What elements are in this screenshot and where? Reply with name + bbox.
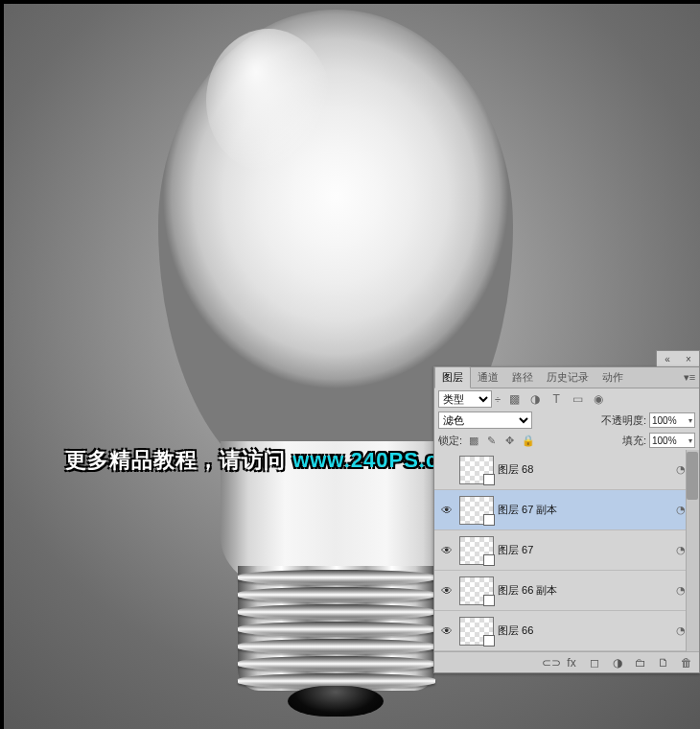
layer-row[interactable]: 👁 图层 66 副本 ◔▫	[434, 571, 699, 611]
layer-thumbnail[interactable]	[459, 576, 494, 605]
border-left	[0, 0, 4, 729]
layers-panel: 图层 通道 路径 历史记录 动作 ▾≡ 类型 ÷ ▩ ◑ T ▭ ◉ 滤色	[433, 366, 700, 673]
filter-kind-icons: ▩ ◑ T ▭ ◉	[503, 392, 605, 406]
tab-history[interactable]: 历史记录	[540, 367, 595, 388]
fill-label: 填充:	[622, 434, 646, 448]
layer-row[interactable]: 图层 68 ◔▫	[434, 450, 699, 490]
tab-layers[interactable]: 图层	[434, 366, 471, 388]
watermark-text: 更多精品教程，请访问 www.240PS.com	[65, 446, 472, 475]
clock-icon: ◔	[676, 584, 686, 597]
delete-layer-icon[interactable]: 🗑	[680, 656, 693, 670]
layer-name[interactable]: 图层 67 副本	[498, 503, 672, 517]
clock-icon: ◔	[676, 463, 686, 476]
lightbulb-tip	[288, 686, 384, 717]
lock-all-icon[interactable]: 🔒	[522, 435, 534, 447]
layer-thumbnail[interactable]	[459, 617, 494, 646]
tab-paths[interactable]: 路径	[505, 367, 540, 388]
chevron-down-icon[interactable]: ▾	[688, 436, 692, 445]
layer-row[interactable]: 👁 图层 66 ◔▫	[434, 611, 699, 651]
clock-icon: ◔	[676, 504, 686, 516]
blend-mode-select[interactable]: 滤色	[438, 412, 532, 429]
lightbulb-socket	[238, 566, 435, 691]
lock-position-icon[interactable]: ✥	[503, 435, 516, 447]
panel-tabs: 图层 通道 路径 历史记录 动作 ▾≡	[434, 367, 699, 388]
new-layer-icon[interactable]: 🗋	[657, 656, 670, 670]
layer-row[interactable]: 👁 图层 67 ◔▫	[434, 530, 699, 571]
scrollbar-thumb[interactable]	[687, 452, 698, 500]
layer-thumbnail[interactable]	[459, 496, 494, 525]
visibility-toggle[interactable]	[438, 461, 455, 479]
visibility-toggle[interactable]: 👁	[438, 502, 455, 519]
opacity-value: 100%	[652, 415, 677, 426]
layer-list-scrollbar[interactable]	[686, 450, 699, 651]
canvas-background: 更多精品教程，请访问 www.240PS.com « × 图层 通道 路径 历史…	[0, 0, 700, 729]
filter-type-icon[interactable]: T	[549, 392, 563, 406]
layer-list: 图层 68 ◔▫ 👁 图层 67 副本 ◔▫ 👁 图层 67 ◔▫ 👁 图层 6…	[434, 450, 699, 651]
new-group-icon[interactable]: 🗀	[634, 656, 647, 670]
filter-smart-icon[interactable]: ◉	[592, 392, 605, 406]
lock-fill-row: 锁定: ▩ ✎ ✥ 🔒 填充: 100%▾	[434, 431, 699, 450]
socket-thread	[238, 570, 435, 585]
tab-channels[interactable]: 通道	[471, 367, 505, 388]
lock-transparent-icon[interactable]: ▩	[467, 435, 479, 447]
socket-thread	[238, 656, 435, 671]
chevron-down-icon[interactable]: ▾	[688, 416, 692, 425]
fill-value: 100%	[652, 435, 677, 446]
panel-menu-icon[interactable]: ▾≡	[682, 369, 697, 385]
layer-thumbnail[interactable]	[459, 456, 494, 484]
layer-thumbnail[interactable]	[459, 536, 494, 565]
lock-icons: ▩ ✎ ✥ 🔒	[465, 435, 534, 447]
clock-icon: ◔	[676, 544, 686, 556]
opacity-label: 不透明度:	[601, 413, 646, 428]
border-top	[0, 0, 700, 4]
fill-input[interactable]: 100%▾	[649, 433, 695, 448]
adjustment-layer-icon[interactable]: ◑	[611, 656, 624, 670]
layer-name[interactable]: 图层 67	[498, 543, 672, 557]
layer-name[interactable]: 图层 66 副本	[498, 583, 672, 598]
opacity-input[interactable]: 100%▾	[649, 412, 695, 428]
layer-name[interactable]: 图层 68	[498, 462, 672, 477]
layer-fx-icon[interactable]: fx	[565, 656, 578, 670]
filter-kind-row: 类型 ÷ ▩ ◑ T ▭ ◉	[434, 388, 699, 410]
socket-thread	[238, 587, 435, 602]
layer-name[interactable]: 图层 66	[498, 623, 672, 638]
collapse-icon[interactable]: «	[665, 354, 670, 364]
layer-mask-icon[interactable]: ◻	[588, 656, 601, 670]
lock-label: 锁定:	[438, 434, 462, 448]
close-icon[interactable]: ×	[686, 354, 691, 364]
visibility-toggle[interactable]: 👁	[438, 542, 455, 559]
link-layers-icon[interactable]: ⊂⊃	[542, 656, 555, 670]
watermark-cn: 更多精品教程，请访问	[65, 448, 292, 472]
layer-kind-select[interactable]: 类型	[438, 390, 492, 408]
panel-collapse-bar[interactable]: « ×	[656, 350, 700, 367]
socket-thread	[238, 639, 435, 654]
socket-thread	[238, 622, 435, 637]
visibility-toggle[interactable]: 👁	[438, 623, 455, 640]
clock-icon: ◔	[676, 624, 686, 637]
kind-arrow: ÷	[495, 393, 501, 405]
blend-opacity-row: 滤色 不透明度: 100%▾	[434, 410, 699, 431]
visibility-toggle[interactable]: 👁	[438, 582, 455, 600]
panel-footer: ⊂⊃ fx ◻ ◑ 🗀 🗋 🗑	[434, 651, 699, 672]
filter-shape-icon[interactable]: ▭	[571, 392, 584, 406]
layer-row[interactable]: 👁 图层 67 副本 ◔▫	[434, 490, 699, 530]
tab-actions[interactable]: 动作	[595, 367, 630, 388]
lock-pixels-icon[interactable]: ✎	[485, 435, 498, 447]
filter-adjust-icon[interactable]: ◑	[528, 392, 542, 406]
socket-thread	[238, 604, 435, 620]
filter-pixel-icon[interactable]: ▩	[507, 392, 521, 406]
